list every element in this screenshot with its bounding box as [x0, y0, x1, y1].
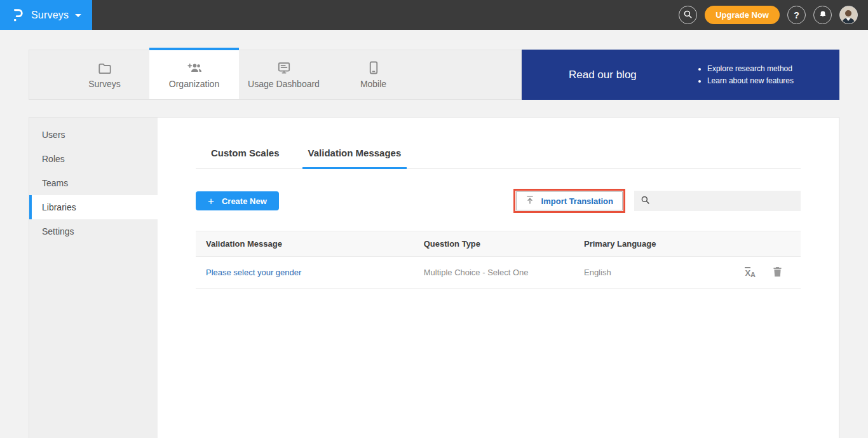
primary-language-cell: English [574, 257, 724, 289]
nav-tab-label: Surveys [88, 79, 121, 89]
folder-icon [98, 60, 112, 74]
app-logo-product-switcher[interactable]: Surveys [0, 0, 92, 30]
validation-messages-table: Validation Message Question Type Primary… [196, 231, 801, 289]
delete-button[interactable] [773, 266, 782, 279]
sidebar-item-roles[interactable]: Roles [29, 147, 158, 171]
create-new-label: Create New [222, 196, 267, 206]
import-translation-highlight: Import Translation [513, 189, 625, 213]
toolbar: + Create New Import Translation [196, 189, 801, 213]
column-header-actions [724, 231, 801, 257]
questionpro-logo-icon [11, 8, 25, 23]
toolbar-right-group: Import Translation [513, 189, 801, 213]
search-icon [683, 10, 693, 21]
blog-banner[interactable]: Read our blog Explore research method Le… [522, 50, 839, 100]
translate-button[interactable]: XA [745, 267, 756, 278]
mobile-phone-icon [369, 60, 378, 74]
upload-icon [526, 195, 534, 207]
dashboard-monitor-icon [277, 60, 291, 74]
search-icon [641, 195, 650, 207]
blog-banner-bullets: Explore research method Learn about new … [697, 61, 794, 88]
table-search-box [634, 191, 801, 211]
chevron-down-icon [75, 14, 81, 17]
nav-tab-usage-dashboard[interactable]: Usage Dashboard [239, 50, 329, 99]
row-actions: XA [735, 266, 800, 279]
table-header-row: Validation Message Question Type Primary… [196, 231, 801, 257]
nav-tab-surveys[interactable]: Surveys [60, 50, 149, 99]
primary-nav-row: Surveys Organization [29, 50, 839, 100]
bell-icon [818, 10, 827, 21]
help-button[interactable]: ? [787, 6, 806, 24]
topbar-search-button[interactable] [679, 6, 697, 24]
group-add-icon [186, 60, 203, 74]
sidebar-item-teams[interactable]: Teams [29, 171, 158, 195]
settings-sidebar: Users Roles Teams Libraries Settings [29, 118, 158, 438]
upgrade-now-button[interactable]: Upgrade Now [705, 6, 780, 24]
column-header-primary-language: Primary Language [574, 231, 724, 257]
product-label: Surveys [31, 10, 69, 21]
nav-tab-mobile[interactable]: Mobile [329, 50, 418, 99]
libraries-main-panel: Custom Scales Validation Messages + Crea… [158, 118, 839, 438]
sidebar-item-users[interactable]: Users [29, 123, 158, 147]
primary-nav-tabs: Surveys Organization [29, 50, 522, 100]
topbar: Surveys Upgrade Now ? [0, 0, 868, 30]
sidebar-item-settings[interactable]: Settings [29, 219, 158, 243]
nav-tab-label: Organization [169, 79, 219, 89]
notifications-button[interactable] [813, 6, 832, 24]
table-search-input[interactable] [655, 191, 801, 211]
trash-icon [773, 270, 782, 279]
question-type-cell: Multiple Choice - Select One [414, 257, 574, 289]
sidebar-item-libraries[interactable]: Libraries [29, 195, 158, 219]
tab-custom-scales[interactable]: Custom Scales [205, 147, 285, 169]
tab-validation-messages[interactable]: Validation Messages [302, 147, 407, 169]
nav-tab-label: Mobile [360, 79, 386, 89]
translate-icon: XA [745, 267, 756, 278]
user-avatar[interactable] [839, 6, 858, 24]
import-translation-label: Import Translation [541, 196, 613, 206]
library-tabs: Custom Scales Validation Messages [196, 147, 801, 169]
topbar-actions: Upgrade Now ? [679, 6, 868, 24]
column-header-question-type: Question Type [414, 231, 574, 257]
nav-tab-label: Usage Dashboard [248, 79, 320, 89]
column-header-validation-message: Validation Message [196, 231, 414, 257]
import-translation-button[interactable]: Import Translation [516, 191, 623, 210]
blog-bullet: Learn about new features [707, 76, 794, 85]
question-mark-icon: ? [794, 10, 799, 20]
blog-banner-title: Read our blog [569, 69, 637, 81]
create-new-button[interactable]: + Create New [196, 191, 279, 210]
validation-message-link[interactable]: Please select your gender [206, 268, 301, 277]
nav-tab-organization[interactable]: Organization [149, 50, 239, 99]
content-card: Users Roles Teams Libraries Settings Cus… [29, 117, 839, 438]
table-row: Please select your gender Multiple Choic… [196, 257, 801, 289]
plus-icon: + [208, 196, 214, 207]
blog-bullet: Explore research method [707, 64, 794, 73]
